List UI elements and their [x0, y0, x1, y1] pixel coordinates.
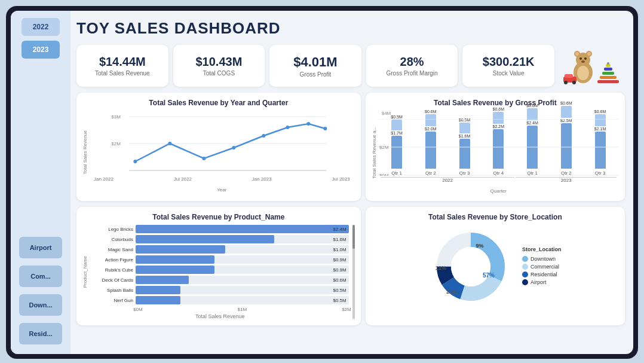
sidebar-item-commercial[interactable]: Com... [19, 266, 62, 287]
sidebar-item-airport[interactable]: Airport [19, 237, 62, 258]
legend-downtown-label: Downtown [530, 256, 556, 262]
bar-group-q1-2023: $0.6M $2.4M Qtr 1 [516, 103, 549, 176]
legend-title: Store_Location [522, 246, 562, 252]
commercial-dot [522, 264, 528, 270]
bar-group-q3-2023: $0.6M $2.1M Qtr 3 [584, 109, 617, 176]
hbar-row-2: Magic Sand $1.0M [91, 245, 349, 254]
svg-point-32 [323, 127, 327, 130]
product-x-label: Total Sales Revenue [195, 313, 245, 319]
svg-rect-19 [565, 74, 573, 78]
kpi-cogs-value: $10.43M [195, 55, 242, 69]
legend-commercial-label: Commercial [530, 264, 559, 270]
svg-point-9 [577, 66, 589, 80]
kpi-margin-label: Gross Profit Margin [387, 70, 438, 77]
svg-text:23%: 23% [446, 289, 457, 295]
year-2022-button[interactable]: 2022 [22, 18, 60, 36]
legend-commercial: Commercial [522, 264, 562, 270]
year-2023-button[interactable]: 2023 [22, 41, 60, 59]
residential-dot [522, 272, 528, 277]
charts-row-2: Total Sales Revenue by Product_Name Prod… [76, 207, 625, 325]
svg-rect-12 [602, 72, 614, 75]
kpi-cogs-label: Total COGS [203, 70, 235, 77]
svg-point-30 [286, 126, 289, 129]
svg-text:57%: 57% [483, 272, 495, 279]
hbar-row-3: Action Figure $0.9M [91, 255, 349, 264]
kpi-stock-value: $300.21K [483, 55, 535, 69]
hbar-row-1: Colorbuds $1.6M [91, 235, 349, 243]
svg-point-25 [133, 160, 137, 163]
bar-group-q4-2022: $0.6M $2.2M Qtr 4 [482, 107, 515, 176]
svg-text:9%: 9% [476, 243, 484, 249]
gp-y-label: Total Sales Revenue a... [372, 127, 377, 179]
line-chart-card: Total Sales Revenue by Year and Quarter … [76, 93, 361, 201]
svg-point-31 [306, 122, 310, 126]
x-label-1: Jan 2022 [94, 176, 114, 182]
kpi-margin-value: 28% [400, 55, 424, 69]
line-chart-y-label: Total Sales Revenue [82, 130, 88, 174]
kpi-gross-profit-label: Gross Profit [300, 71, 332, 78]
svg-rect-13 [604, 68, 612, 71]
svg-rect-11 [600, 76, 617, 79]
svg-point-29 [262, 134, 265, 138]
x-label-4: Jul 2023 [332, 176, 349, 182]
svg-point-18 [572, 81, 576, 84]
legend-airport-label: Airport [530, 279, 547, 285]
svg-point-28 [232, 146, 235, 150]
kpi-stock: $300.21K Stock Value [462, 45, 554, 87]
svg-point-26 [168, 142, 171, 145]
svg-point-27 [202, 157, 206, 160]
bar-group-q1-2022: $0.5M $1.7M Qtr 1 [381, 115, 413, 176]
hbar-row-6: Splash Balls $0.5M [91, 286, 349, 294]
hbar-row-7: Nerf Gun $0.5M [91, 296, 349, 304]
donut-svg: 9% 11% 23% 57% [429, 225, 513, 309]
kpi-row: $14.44M Total Sales Revenue $10.43M Tota… [76, 45, 625, 87]
kpi-gross-profit: $4.01M Gross Profit [269, 45, 361, 87]
svg-text:$3M: $3M [111, 114, 121, 120]
toy-decoration [560, 45, 623, 86]
hbar-row-4: Rubik's Cube $0.9M [91, 266, 349, 274]
gp-x-label: Quarter [490, 188, 507, 194]
hbar-container: Lego Bricks $2.4M Colorbuds [89, 225, 351, 304]
gp-chart-card: Total Sales Revenue by Gross Profit Tota… [366, 93, 625, 201]
bar-group-q2-2022: $0.6M $2.0M Qtr 2 [414, 109, 447, 176]
hbar-row-5: Deck Of Cards $0.6M [91, 276, 349, 284]
svg-text:11%: 11% [436, 265, 446, 271]
svg-point-4 [575, 52, 579, 56]
donut-area: 9% 11% 23% 57% Store_Location Downto [372, 225, 619, 309]
kpi-total-sales-value: $14.44M [99, 55, 146, 69]
svg-point-8 [581, 60, 585, 63]
svg-rect-10 [597, 80, 619, 83]
bar-group-q2-2023: $0.6M $2.5M Qtr 2 [550, 101, 582, 176]
scrollbar-thumb [352, 225, 355, 249]
charts-row-1: Total Sales Revenue by Year and Quarter … [76, 93, 625, 201]
toy-image [559, 45, 625, 87]
donut-chart-title: Total Sales Revenue by Store_Location [372, 213, 619, 221]
kpi-margin: 28% Gross Profit Margin [366, 45, 458, 87]
svg-point-6 [579, 57, 582, 60]
svg-text:$2M: $2M [111, 141, 121, 147]
downtown-dot [522, 256, 528, 262]
x-tick-1: $1M [238, 307, 247, 312]
product-chart-card: Total Sales Revenue by Product_Name Prod… [76, 207, 361, 325]
svg-point-17 [564, 81, 568, 84]
svg-rect-15 [607, 62, 609, 65]
kpi-total-sales: $14.44M Total Sales Revenue [76, 45, 168, 87]
legend-downtown: Downtown [522, 256, 562, 262]
svg-point-7 [584, 57, 587, 60]
sidebar-item-downtown[interactable]: Down... [19, 294, 62, 316]
scrollbar[interactable] [352, 225, 355, 319]
donut-legend: Store_Location Downtown Commercial [522, 246, 562, 287]
outer-frame: 2022 2023 Airport Com... Down... Resid..… [6, 6, 638, 359]
sidebar-item-residential[interactable]: Resid... [19, 323, 62, 344]
line-chart-svg: $3M $2M [89, 111, 355, 176]
product-chart-title: Total Sales Revenue by Product_Name [82, 213, 355, 221]
sidebar: 2022 2023 Airport Com... Down... Resid..… [11, 11, 70, 354]
airport-dot [522, 279, 528, 285]
donut-chart-card: Total Sales Revenue by Store_Location [366, 207, 625, 325]
x-label-2: Jul 2022 [174, 176, 192, 182]
kpi-total-sales-label: Total Sales Revenue [95, 70, 150, 77]
page-title: TOY SALES DASHBOARD [76, 19, 625, 38]
legend-airport: Airport [522, 279, 562, 285]
kpi-stock-label: Stock Value [493, 70, 525, 77]
svg-point-44 [451, 247, 490, 286]
